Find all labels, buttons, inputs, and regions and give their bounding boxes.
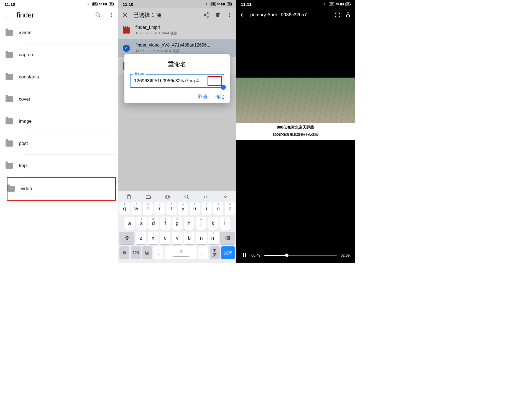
collapse-keyboard-icon[interactable] — [222, 194, 229, 200]
folder-icon — [6, 74, 13, 80]
video-frame[interactable] — [236, 78, 355, 123]
key-l[interactable]: ?l — [219, 217, 230, 230]
key-e[interactable]: 3e — [143, 202, 153, 215]
lock-open-icon — [345, 12, 351, 18]
keyboard-row-2: ~a!s@d#f%g'h&j*k?l — [119, 217, 235, 230]
back-button[interactable] — [240, 12, 246, 18]
key-p[interactable]: 0p — [225, 202, 235, 215]
clipboard-icon[interactable] — [126, 194, 132, 200]
key-q[interactable]: 1q — [119, 202, 130, 215]
video-caption-band: 800亿像素北京天际线 800亿像素看北京是什么体验 — [236, 123, 355, 140]
space-key[interactable] — [165, 246, 197, 259]
key-j[interactable]: &j — [196, 217, 206, 230]
emoji-icon[interactable] — [165, 194, 171, 200]
key-a[interactable]: ~a — [124, 217, 135, 230]
search-button[interactable] — [95, 12, 101, 18]
more-button[interactable] — [108, 12, 115, 18]
key-d[interactable]: @d — [148, 217, 159, 230]
key-k[interactable]: *k — [208, 217, 218, 230]
hd-icon: HD — [329, 2, 334, 6]
key-z[interactable]: (z — [136, 232, 147, 244]
key-o[interactable]: 9o — [213, 202, 223, 215]
key-g[interactable]: %g — [172, 217, 183, 230]
folder-row-capture[interactable]: capture — [6, 44, 118, 66]
folder-label: constants — [19, 74, 39, 80]
fullscreen-button[interactable] — [334, 12, 341, 18]
play-pause-button[interactable] — [241, 252, 247, 258]
cancel-button[interactable]: 取消 — [198, 94, 207, 100]
svg-line-25 — [187, 198, 189, 199]
language-icon: A — [145, 250, 150, 255]
status-time: 11:11 — [241, 2, 251, 7]
folder-row-video[interactable]: video — [7, 177, 116, 201]
folder-row-image[interactable]: image — [6, 110, 118, 132]
svg-text:A: A — [146, 252, 148, 254]
ime-switch-key[interactable]: 中英 — [210, 246, 220, 259]
menu-button[interactable] — [3, 12, 10, 18]
vibrate-icon: ✧ — [87, 2, 89, 6]
vibrate-icon: ✧ — [323, 2, 326, 6]
shift-key[interactable] — [119, 232, 134, 244]
more-vert-icon — [108, 12, 114, 18]
folder-icon — [6, 163, 13, 169]
key-u[interactable]: 7u — [190, 202, 200, 215]
folder-label: cover — [19, 96, 30, 102]
key-v[interactable]: _v — [172, 232, 183, 244]
key-r[interactable]: 4r — [154, 202, 165, 215]
seek-bar[interactable] — [264, 255, 337, 256]
fullscreen-icon — [334, 12, 341, 18]
folder-row-avatar[interactable]: avatar — [6, 22, 118, 44]
svg-point-23 — [168, 196, 169, 197]
text-cursor-handle[interactable] — [221, 85, 226, 90]
folder-row-tmp[interactable]: tmp — [6, 155, 118, 177]
backspace-icon — [225, 235, 230, 241]
folder-row-cover[interactable]: cover — [6, 88, 118, 110]
status-bar: 11:10 ✧ HD 5G ▮▮▮ 93 — [0, 0, 118, 8]
key-f[interactable]: #f — [160, 217, 171, 230]
language-toggle-key[interactable]: A — [142, 246, 152, 259]
hamburger-icon — [4, 13, 10, 17]
key-w[interactable]: 2w — [131, 202, 141, 215]
player-controls: 00:49 02:39 — [236, 252, 355, 258]
numbers-key[interactable]: 123 — [131, 246, 141, 259]
key-h[interactable]: 'h — [184, 217, 194, 230]
key-c[interactable]: -c — [160, 232, 171, 244]
folder-row-post[interactable]: post — [6, 132, 118, 155]
key-i[interactable]: 8i — [201, 202, 212, 215]
folder-label: video — [21, 186, 32, 191]
caption-line-1: 800亿像素北京天际线 — [236, 125, 355, 130]
key-s[interactable]: !s — [136, 217, 147, 230]
cursor-move-icon[interactable] — [203, 194, 209, 200]
folder-row-constants[interactable]: constants — [6, 66, 118, 88]
key-y[interactable]: 6y — [178, 202, 188, 215]
ok-button[interactable]: 确定 — [215, 94, 224, 100]
app-title: finder — [17, 11, 88, 19]
done-key[interactable]: 完成 — [221, 246, 235, 259]
folder-label: image — [19, 119, 32, 124]
svg-point-22 — [167, 196, 167, 197]
screen-file-browser: 11:10 ✧ HD 5G ▮▮▮ 93 finder avatarcaptur… — [0, 0, 118, 263]
keyboard-icon[interactable] — [145, 194, 151, 200]
screen-rename-dialog: 11:10 ✧ HD 5G ▮▮▮ 93 已选择 1 项 finder_f.mp… — [118, 0, 237, 263]
svg-point-3 — [111, 14, 112, 16]
symbols-key[interactable]: 符 — [119, 246, 129, 259]
svg-point-2 — [111, 13, 112, 14]
screen-video-player: 11:11 ✧ HD 5G ▮▮▮ 92 primary:Andr...0986… — [236, 0, 355, 263]
signal-5g-icon: 5G ▮▮▮ — [99, 3, 107, 6]
key-x[interactable]: )x — [148, 232, 158, 244]
key-b[interactable]: :b — [184, 232, 195, 244]
rotation-lock-button[interactable] — [345, 12, 351, 18]
comma-key[interactable]: ， — [154, 246, 163, 259]
pause-icon — [241, 252, 247, 258]
backspace-key[interactable] — [220, 232, 235, 244]
keyboard-row-1: 1q2w3e4r5t6y7u8i9o0p — [119, 202, 235, 215]
key-n[interactable]: ;n — [196, 232, 207, 244]
seek-knob[interactable] — [285, 254, 288, 257]
rename-field[interactable]: 新名称 — [130, 74, 224, 88]
period-key[interactable]: 。 — [198, 246, 208, 259]
key-m[interactable]: /m — [208, 232, 219, 244]
key-t[interactable]: 5t — [166, 202, 177, 215]
status-icons: ✧ HD 5G ▮▮▮ 93 — [87, 2, 114, 6]
kb-search-icon[interactable] — [184, 194, 190, 200]
svg-line-1 — [99, 16, 100, 17]
